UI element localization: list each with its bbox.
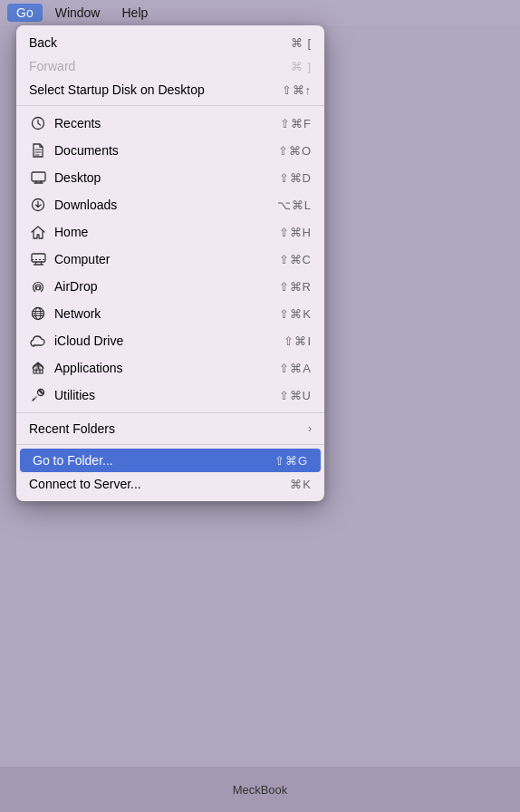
- menu-item-desktop[interactable]: Desktop ⇧⌘D: [16, 164, 324, 191]
- menu-item-applications-shortcut: ⇧⌘A: [279, 362, 312, 375]
- menu-item-home-label: Home: [54, 225, 261, 239]
- menu-item-startup-disk[interactable]: Select Startup Disk on Desktop ⇧⌘↑: [16, 78, 324, 102]
- menu-item-home[interactable]: Home ⇧⌘H: [16, 218, 324, 246]
- separator-3: [16, 444, 324, 445]
- menu-item-documents[interactable]: Documents ⇧⌘O: [16, 137, 324, 164]
- menu-item-connect-to-server[interactable]: Connect to Server... ⌘K: [16, 472, 324, 496]
- bottom-bar: MeckBook: [0, 767, 520, 812]
- menu-item-network-shortcut: ⇧⌘K: [279, 307, 312, 321]
- submenu-arrow-icon: ›: [308, 422, 312, 435]
- menu-bar: Go Window Help: [0, 0, 520, 25]
- menu-item-airdrop-label: AirDrop: [54, 279, 261, 294]
- clock-icon: [29, 114, 47, 132]
- menu-item-desktop-label: Desktop: [54, 170, 261, 185]
- menu-item-icloud[interactable]: iCloud Drive ⇧⌘I: [16, 327, 324, 354]
- menu-item-startup-disk-shortcut: ⇧⌘↑: [282, 83, 313, 97]
- bottom-bar-label: MeckBook: [233, 783, 288, 797]
- applications-icon: [29, 359, 47, 377]
- menu-item-downloads-label: Downloads: [54, 198, 259, 212]
- menu-item-icloud-label: iCloud Drive: [54, 334, 265, 348]
- menu-item-back[interactable]: Back ⌘ [: [16, 31, 324, 54]
- menu-item-icloud-shortcut: ⇧⌘I: [284, 334, 312, 348]
- home-icon: [29, 223, 47, 241]
- network-icon: [29, 304, 47, 323]
- menu-item-forward-shortcut: ⌘ ]: [291, 60, 312, 73]
- separator-2: [16, 412, 324, 413]
- menu-item-documents-label: Documents: [54, 143, 260, 158]
- menu-item-applications-label: Applications: [54, 361, 261, 375]
- menu-item-go-to-folder[interactable]: Go to Folder... ⇧⌘G: [20, 449, 321, 472]
- menu-item-recent-folders[interactable]: Recent Folders ›: [16, 417, 324, 440]
- svg-point-4: [36, 286, 40, 290]
- menu-item-utilities-shortcut: ⇧⌘U: [279, 389, 312, 402]
- document-icon: [29, 141, 47, 160]
- menu-item-go-to-folder-shortcut: ⇧⌘G: [274, 454, 308, 468]
- menu-item-downloads-shortcut: ⌥⌘L: [277, 198, 312, 212]
- menu-item-utilities-label: Utilities: [54, 388, 261, 402]
- computer-icon: [29, 250, 47, 268]
- menu-item-recents-shortcut: ⇧⌘F: [280, 117, 312, 130]
- menu-bar-help[interactable]: Help: [112, 4, 157, 22]
- separator-1: [16, 105, 324, 106]
- menu-item-recent-folders-label: Recent Folders: [29, 421, 301, 436]
- menu-item-network-label: Network: [54, 306, 261, 321]
- menu-item-applications[interactable]: Applications ⇧⌘A: [16, 354, 324, 382]
- svg-rect-3: [32, 254, 45, 262]
- menu-bar-window[interactable]: Window: [46, 4, 110, 22]
- menu-item-forward[interactable]: Forward ⌘ ]: [16, 54, 324, 78]
- airdrop-icon: [29, 277, 47, 295]
- menu-item-documents-shortcut: ⇧⌘O: [278, 144, 312, 158]
- menu-item-utilities[interactable]: Utilities ⇧⌘U: [16, 382, 324, 409]
- svg-rect-1: [32, 172, 45, 181]
- menu-item-home-shortcut: ⇧⌘H: [279, 226, 312, 239]
- menu-item-computer-shortcut: ⇧⌘C: [279, 253, 312, 266]
- menu-item-desktop-shortcut: ⇧⌘D: [279, 171, 312, 185]
- downloads-icon: [29, 196, 47, 214]
- menu-item-computer-label: Computer: [54, 252, 261, 266]
- menu-item-forward-label: Forward: [29, 59, 273, 73]
- cloud-icon: [29, 332, 47, 350]
- menu-item-computer[interactable]: Computer ⇧⌘C: [16, 246, 324, 273]
- menu-item-back-label: Back: [29, 35, 273, 50]
- menu-item-connect-to-server-label: Connect to Server...: [29, 477, 272, 491]
- menu-item-startup-disk-label: Select Startup Disk on Desktop: [29, 82, 264, 97]
- menu-item-airdrop-shortcut: ⇧⌘R: [279, 280, 312, 294]
- go-dropdown-menu: Back ⌘ [ Forward ⌘ ] Select Startup Disk…: [16, 25, 324, 501]
- menu-item-go-to-folder-label: Go to Folder...: [33, 453, 256, 468]
- menu-bar-go[interactable]: Go: [7, 4, 43, 22]
- menu-item-network[interactable]: Network ⇧⌘K: [16, 300, 324, 327]
- menu-item-back-shortcut: ⌘ [: [291, 36, 312, 50]
- menu-item-downloads[interactable]: Downloads ⌥⌘L: [16, 191, 324, 218]
- desktop-icon: [29, 169, 47, 187]
- menu-item-connect-to-server-shortcut: ⌘K: [290, 478, 312, 491]
- menu-item-recents[interactable]: Recents ⇧⌘F: [16, 110, 324, 137]
- menu-item-recents-label: Recents: [54, 116, 262, 130]
- menu-item-airdrop[interactable]: AirDrop ⇧⌘R: [16, 273, 324, 300]
- utilities-icon: [29, 386, 47, 404]
